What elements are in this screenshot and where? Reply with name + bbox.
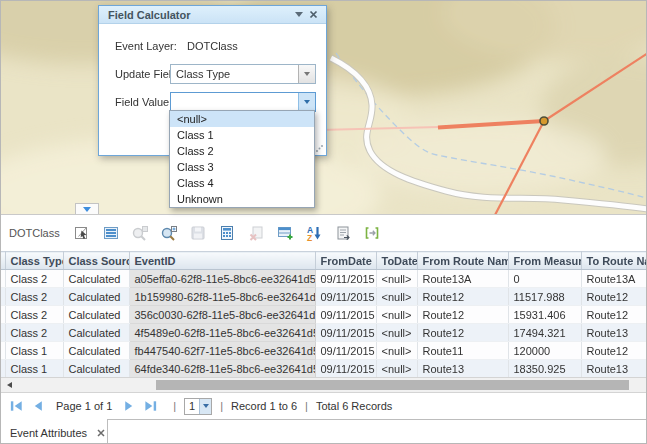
table-cell[interactable]: 09/11/2015 (315, 360, 376, 378)
table-cell[interactable]: Route12 (417, 324, 508, 342)
select-features-icon[interactable] (73, 224, 91, 242)
table-cell[interactable]: fb447540-62f7-11e5-8bc6-ee32641d5ec9 (129, 342, 315, 360)
table-cell[interactable]: 4f5489e0-62f8-11e5-8bc6-ee32641d5ec9 (129, 324, 315, 342)
table-cell[interactable]: 09/11/2015 (315, 270, 376, 288)
update-field-dropdown-button[interactable] (298, 65, 315, 83)
table-row[interactable]: Class 2Calculated1b159980-62f8-11e5-8bc6… (1, 288, 647, 306)
table-cell[interactable]: 11517.988 (508, 288, 581, 306)
column-header[interactable]: From Measure (508, 252, 581, 270)
table-cell[interactable]: a05effa0-62f8-11e5-8bc6-ee32641d5ec9 (129, 270, 315, 288)
column-header[interactable]: Class Type (5, 252, 63, 270)
column-header[interactable]: ToDate (376, 252, 417, 270)
table-cell[interactable]: 17494.321 (508, 324, 581, 342)
table-cell[interactable]: Class 2 (5, 288, 63, 306)
table-row[interactable]: Class 2Calculated356c0030-62f8-11e5-8bc6… (1, 306, 647, 324)
table-cell[interactable]: 64fde340-62f8-11e5-8bc6-ee32641d5ec9 (129, 360, 315, 378)
table-cell[interactable]: Calculated (63, 360, 129, 378)
table-cell[interactable]: 09/11/2015 (315, 324, 376, 342)
table-cell[interactable]: 15931.406 (508, 306, 581, 324)
scrollbar-thumb[interactable] (156, 380, 629, 390)
table-cell[interactable]: Class 1 (5, 342, 63, 360)
page-number-select[interactable]: 1 (184, 398, 212, 415)
table-cell[interactable]: Route13A (417, 270, 508, 288)
dialog-collapse-icon[interactable] (292, 8, 306, 22)
table-cell[interactable]: 09/11/2015 (315, 306, 376, 324)
table-cell[interactable]: Class 2 (5, 270, 63, 288)
table-cell[interactable]: Calculated (63, 270, 129, 288)
table-cell[interactable]: <null> (376, 360, 417, 378)
table-cell[interactable]: Route12 (581, 306, 647, 324)
table-cell[interactable]: Route12 (417, 288, 508, 306)
table-cell[interactable]: Route13 (581, 324, 647, 342)
dialog-titlebar[interactable]: Field Calculator (99, 6, 326, 24)
table-cell[interactable]: Route11 (417, 342, 508, 360)
table-cell[interactable]: Calculated (63, 342, 129, 360)
dialog-resize-grip[interactable] (315, 143, 324, 155)
table-cell[interactable]: 09/11/2015 (315, 342, 376, 360)
record-range-label: Record 1 to 6 (231, 400, 297, 412)
table-cell[interactable]: Route12 (581, 288, 647, 306)
field-calculator-icon[interactable] (218, 224, 236, 242)
table-cell[interactable]: Class 2 (5, 306, 63, 324)
tab-close-icon[interactable] (97, 429, 105, 437)
dropdown-option[interactable]: Class 1 (170, 127, 314, 143)
table-cell[interactable]: Route13A (581, 270, 647, 288)
previous-page-button[interactable] (31, 398, 46, 414)
panel-collapse-tab[interactable] (75, 203, 99, 214)
dropdown-option[interactable]: Class 4 (170, 175, 314, 191)
table-cell[interactable]: <null> (376, 288, 417, 306)
field-value-combobox[interactable] (170, 92, 316, 112)
table-row[interactable]: Class 1Calculatedfb447540-62f7-11e5-8bc6… (1, 342, 647, 360)
table-cell[interactable]: 1b159980-62f8-11e5-8bc6-ee32641d5ec9 (129, 288, 315, 306)
column-header[interactable]: To Route Name (581, 252, 647, 270)
scroll-left-arrow-icon[interactable] (7, 382, 12, 388)
next-page-button[interactable] (121, 398, 136, 414)
table-cell[interactable]: <null> (376, 342, 417, 360)
last-page-button[interactable] (143, 398, 158, 414)
table-cell[interactable]: 0 (508, 270, 581, 288)
field-value-dropdown-button[interactable] (298, 93, 315, 111)
table-cell[interactable]: <null> (376, 306, 417, 324)
tab-event-attributes[interactable]: Event Attributes (1, 419, 108, 444)
page-number-value: 1 (185, 399, 199, 414)
dropdown-option[interactable]: <null> (170, 111, 314, 127)
table-cell[interactable]: Route13 (581, 360, 647, 378)
table-cell[interactable]: 09/11/2015 (315, 288, 376, 306)
table-row[interactable]: Class 2Calculateda05effa0-62f8-11e5-8bc6… (1, 270, 647, 288)
column-header[interactable]: From Route Name (417, 252, 508, 270)
table-cell[interactable]: Class 2 (5, 324, 63, 342)
event-layer-label: Event Layer: (115, 40, 177, 52)
dialog-close-icon[interactable] (306, 8, 320, 22)
table-cell[interactable]: <null> (376, 270, 417, 288)
sort-icon[interactable]: AZ (305, 224, 323, 242)
table-cell[interactable]: 120000 (508, 342, 581, 360)
dropdown-option[interactable]: Class 3 (170, 159, 314, 175)
column-header[interactable]: Class Source (63, 252, 129, 270)
table-cell[interactable]: Route12 (417, 306, 508, 324)
table-cell[interactable]: <null> (376, 324, 417, 342)
table-cell[interactable]: Route12 (581, 342, 647, 360)
table-cell[interactable]: 18350.925 (508, 360, 581, 378)
column-header[interactable]: FromDate (315, 252, 376, 270)
dropdown-option[interactable]: Unknown (170, 191, 314, 207)
table-cell[interactable]: Calculated (63, 306, 129, 324)
append-events-icon[interactable] (276, 224, 294, 242)
table-row[interactable]: Class 1Calculated64fde340-62f8-11e5-8bc6… (1, 360, 647, 378)
table-cell[interactable]: Calculated (63, 288, 129, 306)
table-cell[interactable]: Route13 (417, 360, 508, 378)
dropdown-option[interactable]: Class 2 (170, 143, 314, 159)
first-page-button[interactable] (9, 398, 24, 414)
table-cell[interactable]: Class 1 (5, 360, 63, 378)
go-to-measure-icon[interactable] (363, 224, 381, 242)
table-row[interactable]: Class 2Calculated4f5489e0-62f8-11e5-8bc6… (1, 324, 647, 342)
update-field-combobox[interactable]: Class Type (170, 64, 316, 84)
junction-point-marker[interactable] (540, 117, 548, 125)
table-cell[interactable]: 356c0030-62f8-11e5-8bc6-ee32641d5ec9 (129, 306, 315, 324)
table-cell[interactable]: Calculated (63, 324, 129, 342)
page-select-dropdown-button[interactable] (199, 399, 211, 414)
zoom-to-next-icon[interactable] (160, 224, 178, 242)
table-icon[interactable] (102, 224, 120, 242)
column-header[interactable]: EventID (129, 252, 315, 270)
attribute-set-icon[interactable] (334, 224, 352, 242)
horizontal-scrollbar[interactable] (1, 377, 647, 393)
